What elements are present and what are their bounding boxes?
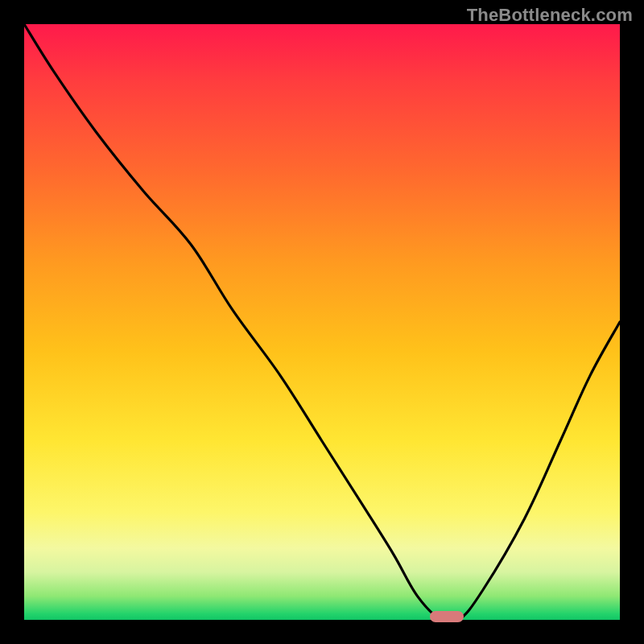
curve-svg	[24, 24, 620, 620]
plot-area	[24, 24, 620, 620]
chart-frame: TheBottleneck.com	[0, 0, 644, 644]
bottleneck-curve	[24, 24, 620, 624]
optimal-marker	[430, 611, 464, 622]
watermark-text: TheBottleneck.com	[467, 5, 633, 26]
